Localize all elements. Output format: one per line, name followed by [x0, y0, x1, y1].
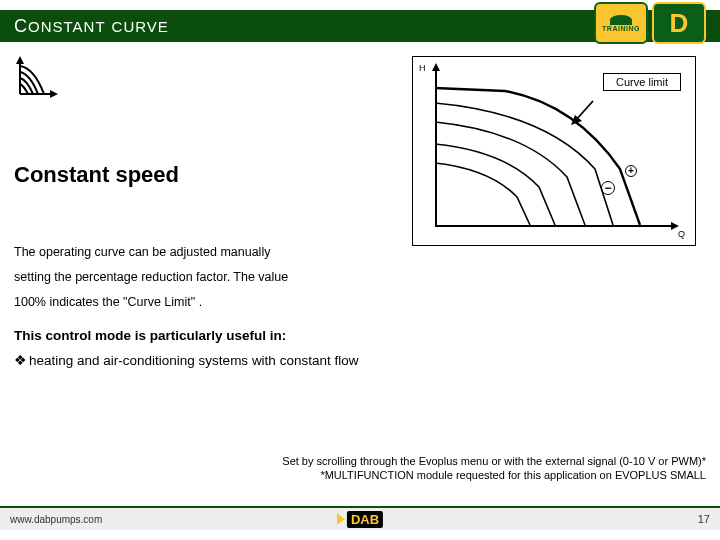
- footer-bar: www.dabpumps.com DAB 17: [0, 506, 720, 530]
- title-cap: C: [14, 16, 28, 36]
- training-badge-icon: TRAINING: [594, 2, 648, 44]
- footer-url: www.dabpumps.com: [10, 514, 102, 525]
- svg-marker-2: [16, 56, 24, 64]
- title-sc2: CURVE: [112, 18, 169, 35]
- chart-curves: [435, 69, 677, 227]
- dab-arrow-icon: [337, 513, 345, 525]
- d-logo-icon: D: [652, 2, 706, 44]
- bullet-item: ❖heating and air-conditioning systems wi…: [14, 352, 358, 368]
- dab-wordmark: DAB: [347, 511, 383, 528]
- training-label: TRAINING: [602, 25, 640, 32]
- svg-marker-5: [571, 115, 582, 125]
- page-number: 17: [698, 513, 710, 525]
- bullet-text: heating and air-conditioning systems wit…: [29, 353, 358, 368]
- plus-icon: +: [625, 165, 637, 177]
- slide-title: CONSTANT CURVE: [0, 16, 169, 37]
- bullet-list: ❖heating and air-conditioning systems wi…: [14, 352, 358, 368]
- body-line-3: 100% indicates the "Curve Limit" .: [14, 290, 288, 315]
- section-heading: Constant speed: [14, 162, 179, 188]
- graduation-cap-icon: [610, 15, 632, 25]
- brand-logo-cluster: TRAINING D: [594, 2, 714, 44]
- curve-limit-pointer-icon: [569, 99, 599, 129]
- body-line-1: The operating curve can be adjusted manu…: [14, 240, 288, 265]
- footnote-line-1: Set by scrolling through the Evoplus men…: [282, 455, 706, 469]
- minus-icon: −: [601, 181, 615, 195]
- footnote: Set by scrolling through the Evoplus men…: [282, 455, 706, 483]
- useful-in-heading: This control mode is particularly useful…: [14, 328, 286, 343]
- hq-chart: H Q Curve limit + −: [412, 56, 696, 246]
- slide: CONSTANT CURVE TRAINING D Constant speed…: [0, 0, 720, 540]
- title-sc1: ONSTANT: [28, 18, 106, 35]
- x-axis-label: Q: [678, 229, 685, 239]
- pump-curves-icon: [14, 56, 58, 100]
- body-paragraph: The operating curve can be adjusted manu…: [14, 240, 288, 315]
- footnote-line-2: *MULTIFUNCTION module requested for this…: [282, 469, 706, 483]
- y-axis-label: H: [419, 63, 426, 73]
- body-line-2: setting the percentage reduction factor.…: [14, 265, 288, 290]
- svg-marker-3: [50, 90, 58, 98]
- dab-logo: DAB: [337, 511, 383, 528]
- diamond-bullet-icon: ❖: [14, 352, 23, 368]
